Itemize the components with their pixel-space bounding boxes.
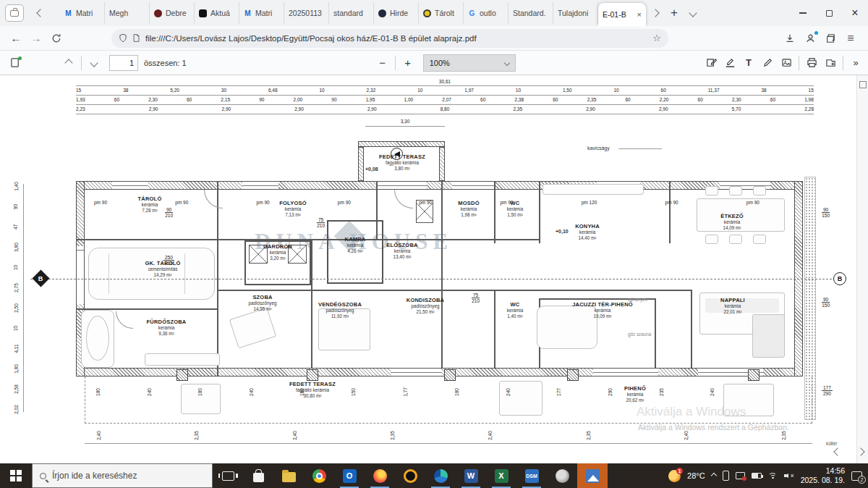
microsoft-store-button[interactable] bbox=[243, 463, 273, 488]
settings-menu-icon[interactable]: ≡ bbox=[841, 29, 861, 48]
bathtub-inner bbox=[86, 316, 109, 361]
temperature-label[interactable]: 28°C bbox=[687, 471, 705, 480]
dim-frac-4: 75210 bbox=[472, 293, 480, 303]
maximize-button[interactable] bbox=[816, 0, 842, 26]
tab-outlo[interactable]: Goutlo bbox=[464, 2, 509, 24]
dsm-button[interactable]: DSM bbox=[516, 463, 547, 488]
kitchen-counter bbox=[542, 184, 644, 195]
room-gardrob: GARDRÓBkerámia3,20 m² bbox=[263, 243, 292, 261]
workspaces-icon[interactable] bbox=[5, 4, 24, 22]
image-icon[interactable] bbox=[777, 54, 796, 72]
tab-tarolt[interactable]: Tárolt bbox=[419, 2, 464, 24]
volume-muted-icon[interactable]: × bbox=[784, 471, 794, 480]
tab-aktua[interactable]: Aktuá bbox=[195, 2, 239, 24]
tab-standard-1[interactable]: standard bbox=[329, 2, 374, 24]
room-kondiszoba: KONDISZOBApadlószőnyeg21,50 m² bbox=[407, 297, 444, 315]
media-app-button[interactable] bbox=[395, 463, 425, 488]
minimize-button[interactable] bbox=[790, 0, 816, 26]
dim-porch: 3,30 bbox=[365, 119, 445, 124]
tab-scroll-left-icon[interactable] bbox=[31, 4, 50, 22]
zoom-out-icon[interactable]: − bbox=[373, 54, 392, 72]
wifi-icon[interactable] bbox=[768, 471, 778, 481]
tab-matri-2[interactable]: MMatri bbox=[239, 2, 284, 24]
tab-standard-2[interactable]: Standard. bbox=[509, 2, 553, 24]
close-button[interactable]: × bbox=[842, 0, 868, 26]
tab-search-dropdown-icon[interactable] bbox=[684, 4, 702, 22]
refresh-icon[interactable] bbox=[46, 29, 67, 48]
back-icon[interactable]: ← bbox=[6, 29, 26, 48]
collections-icon[interactable] bbox=[820, 29, 841, 48]
tab-matri-1[interactable]: MMatri bbox=[60, 2, 105, 24]
print-icon[interactable] bbox=[802, 54, 821, 72]
pdf-menu-icon[interactable] bbox=[6, 54, 25, 72]
tab-megh[interactable]: Megh bbox=[105, 2, 150, 24]
firefox-button[interactable] bbox=[365, 463, 395, 488]
chrome-button[interactable] bbox=[304, 463, 334, 488]
draw-icon[interactable] bbox=[758, 54, 777, 72]
dim-terrace: 1802401802401801501,77180240177290235240 bbox=[94, 382, 716, 401]
display-icon[interactable] bbox=[736, 472, 745, 479]
address-bar[interactable]: file:///C:/Users/Lovász Lajos/Desktop/Eg… bbox=[111, 29, 668, 48]
dim-row-1: 15385,20306,48102,32101,97101,50106011,3… bbox=[76, 88, 814, 93]
room-mosdo: MOSDÓkerámia1,98 m² bbox=[458, 200, 479, 218]
edge-button[interactable] bbox=[425, 463, 456, 488]
dim-frac-1: 90210 bbox=[165, 207, 173, 218]
zuhanyzo-label: zuhanyzó bbox=[628, 297, 647, 302]
file-explorer-button[interactable] bbox=[273, 463, 304, 488]
dim-frac-2: 75210 bbox=[317, 217, 325, 228]
image-viewer-button[interactable] bbox=[547, 463, 577, 488]
tab-active-e01b[interactable]: E-01-B× bbox=[598, 3, 646, 26]
dim-right-2: 90150 bbox=[822, 297, 830, 308]
zoom-in-icon[interactable]: + bbox=[399, 54, 417, 72]
notification-center-icon[interactable]: 2 bbox=[851, 471, 862, 481]
more-tools-icon[interactable]: » bbox=[846, 54, 865, 72]
site-favicon bbox=[378, 9, 386, 17]
word-button[interactable]: W bbox=[456, 463, 486, 488]
page-up-icon[interactable] bbox=[59, 54, 78, 72]
task-view-button[interactable] bbox=[213, 463, 243, 488]
page-down-icon[interactable] bbox=[85, 54, 103, 72]
room-kamra: KAMRAkerámia4,26 m² bbox=[345, 236, 366, 254]
entrance-door bbox=[376, 181, 427, 190]
phone-link-icon[interactable] bbox=[723, 471, 729, 481]
tab-debre[interactable]: Debre bbox=[150, 2, 195, 24]
column bbox=[176, 369, 188, 381]
pdf-side-strip bbox=[856, 75, 868, 463]
terrace-door bbox=[593, 368, 658, 376]
new-tab-button[interactable]: + bbox=[665, 4, 684, 22]
photos-button[interactable] bbox=[577, 463, 608, 488]
highlight-icon[interactable] bbox=[720, 54, 739, 72]
tab-20250113[interactable]: 20250113 bbox=[284, 2, 329, 24]
profile-icon[interactable] bbox=[800, 29, 820, 48]
next-page-icon[interactable] bbox=[858, 445, 864, 458]
page-number-input[interactable] bbox=[109, 55, 138, 71]
side-panel-icon[interactable] bbox=[859, 81, 867, 88]
tab-scroll-right-icon[interactable] bbox=[646, 4, 665, 22]
annotate-icon[interactable] bbox=[702, 54, 720, 72]
taskbar-search-input[interactable]: Írjon ide a kereséshez bbox=[32, 463, 213, 488]
weather-icon[interactable]: 1 bbox=[668, 470, 681, 482]
battery-icon[interactable] bbox=[752, 473, 762, 479]
column bbox=[567, 369, 579, 381]
favorites-star-icon[interactable]: ☆ bbox=[652, 33, 661, 43]
parapet-labels: pm 90pm 90pm 90pm 90pm 90pm 90pm 120pm 9… bbox=[94, 200, 760, 205]
column bbox=[748, 369, 760, 381]
add-text-icon[interactable]: T bbox=[739, 54, 758, 72]
excel-button[interactable]: X bbox=[486, 463, 516, 488]
tab-hirde[interactable]: Hirde bbox=[374, 2, 419, 24]
tab-strip: MMatri Megh Debre Aktuá MMatri 20250113 … bbox=[60, 0, 646, 26]
save-icon[interactable] bbox=[821, 54, 840, 72]
download-icon[interactable] bbox=[780, 29, 800, 48]
start-button[interactable] bbox=[0, 463, 32, 488]
file-icon bbox=[132, 33, 140, 43]
zoom-select[interactable]: 100% bbox=[423, 54, 516, 72]
outlook-button[interactable]: O bbox=[334, 463, 365, 488]
prev-page-icon[interactable] bbox=[835, 445, 841, 458]
garage-door bbox=[76, 246, 85, 304]
windows-taskbar: Írjon ide a kereséshez O W X DSM 1 28°C … bbox=[0, 463, 868, 488]
tray-expand-icon[interactable] bbox=[712, 474, 716, 478]
tab-tulajdoni[interactable]: Tulajdoni bbox=[553, 2, 598, 24]
clock[interactable]: 14:56 2025. 08. 19. bbox=[801, 466, 845, 485]
tab-close-icon[interactable]: × bbox=[637, 10, 642, 19]
forward-icon[interactable]: → bbox=[26, 29, 46, 48]
